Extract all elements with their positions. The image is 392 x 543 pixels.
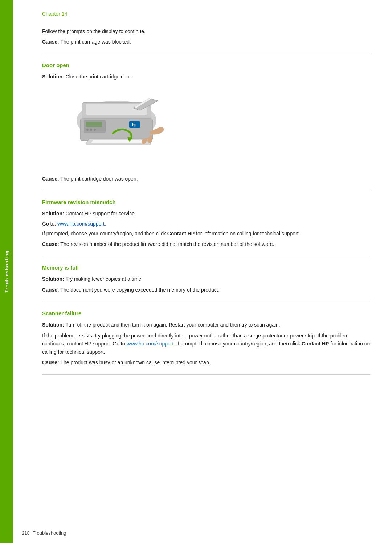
svg-text:hp: hp	[132, 123, 136, 127]
contact-hp-2: Contact HP	[302, 341, 329, 347]
printer-image: hp	[57, 88, 166, 168]
solution-label-3: Solution:	[42, 276, 64, 282]
memory-solution-text: Try making fewer copies at a time.	[65, 276, 143, 282]
door-open-heading: Door open	[42, 62, 370, 68]
scanner-url-link[interactable]: www.hp.com/support	[126, 341, 173, 347]
firmware-body: If prompted, choose your country/region,…	[42, 230, 370, 238]
door-open-solution: Solution: Close the print cartridge door…	[42, 73, 370, 81]
memory-cause-text: The document you were copying exceeded t…	[60, 287, 219, 293]
contact-hp-1: Contact HP	[167, 231, 195, 236]
firmware-url-link[interactable]: www.hp.com/support	[57, 221, 105, 227]
svg-point-6	[86, 129, 89, 131]
cause-bold-4: Cause:	[42, 287, 59, 293]
cause-bold-label: Cause:	[42, 39, 59, 45]
cause-bold-5: Cause:	[42, 360, 59, 365]
divider-5	[42, 374, 370, 375]
sidebar-label: Troubleshooting	[4, 250, 9, 293]
solution-label-2: Solution:	[42, 211, 64, 216]
svg-rect-5	[86, 122, 102, 127]
solution-label-4: Solution:	[42, 322, 64, 328]
memory-cause: Cause: The document you were copying exc…	[42, 286, 370, 294]
scanner-cause-text: The product was busy or an unknown cause…	[60, 360, 210, 365]
memory-solution: Solution: Try making fewer copies at a t…	[42, 275, 370, 283]
chapter-header: Chapter 14	[42, 11, 370, 17]
sidebar: Troubleshooting	[0, 0, 13, 543]
scanner-solution: Solution: Turn off the product and then …	[42, 321, 370, 329]
divider-2	[42, 191, 370, 191]
page-footer: 218 Troubleshooting	[22, 530, 370, 536]
svg-point-7	[90, 129, 92, 131]
door-open-cause: Cause: The print cartridge door was open…	[42, 175, 370, 183]
divider-4	[42, 302, 370, 302]
svg-point-8	[94, 129, 96, 131]
main-content: Chapter 14 Follow the prompts on the dis…	[13, 0, 392, 543]
memory-full-heading: Memory is full	[42, 264, 370, 271]
scanner-body1: If the problem persists, try plugging th…	[42, 332, 370, 356]
firmware-solution-text: Contact HP support for service.	[66, 211, 136, 216]
firmware-heading: Firmware revision mismatch	[42, 199, 370, 205]
divider-1	[42, 54, 370, 54]
intro-follow-text: Follow the prompts on the display to con…	[42, 28, 370, 35]
page-number: 218	[22, 530, 30, 536]
scanner-failure-heading: Scanner failure	[42, 310, 370, 316]
door-open-solution-text: Close the print cartridge door.	[66, 74, 132, 80]
firmware-solution: Solution: Contact HP support for service…	[42, 210, 370, 218]
cause-bold-3: Cause:	[42, 241, 59, 247]
scanner-cause: Cause: The product was busy or an unknow…	[42, 359, 370, 366]
divider-3	[42, 256, 370, 256]
scanner-solution-text: Turn off the product and then turn it on…	[65, 322, 280, 328]
cause-bold-2: Cause:	[42, 176, 59, 182]
goto-prefix: Go to:	[42, 221, 57, 227]
intro-cause-text: The print carriage was blocked.	[60, 39, 131, 45]
firmware-cause-text: The revision number of the product firmw…	[60, 241, 274, 247]
firmware-cause: Cause: The revision number of the produc…	[42, 240, 370, 248]
solution-label-1: Solution:	[42, 74, 64, 80]
footer-text: Troubleshooting	[33, 530, 66, 536]
firmware-goto: Go to: www.hp.com/support.	[42, 221, 370, 227]
printer-svg: hp	[57, 88, 166, 168]
door-open-cause-text: The print cartridge door was open.	[60, 176, 138, 182]
intro-cause-line: Cause: The print carriage was blocked.	[42, 38, 370, 46]
